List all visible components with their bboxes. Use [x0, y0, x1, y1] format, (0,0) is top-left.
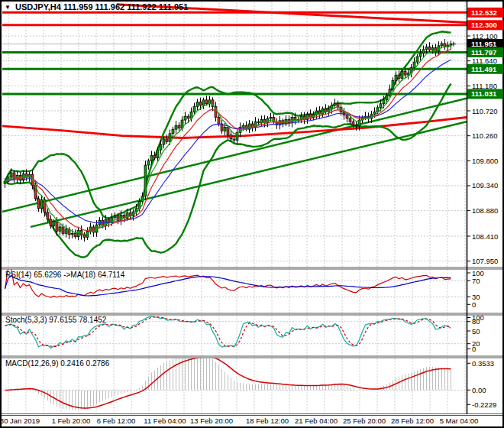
candle-body — [413, 62, 415, 67]
candle-body — [315, 111, 318, 115]
rsi-legend: RSI(14) 65.6296 ->MA(18) 64.7114 — [5, 271, 124, 279]
candle-body — [224, 127, 226, 131]
candle-body — [89, 227, 92, 232]
title-symbol: USDJPY,H4 — [15, 2, 61, 11]
candle-body — [160, 144, 162, 150]
candle-body — [172, 129, 174, 134]
title-ohlc: 111.959 111.962 111.922 111.951 — [63, 2, 188, 11]
price-badge-label: 111.031 — [471, 89, 497, 98]
axis-label: 109.340 — [472, 181, 498, 190]
candle-body — [77, 230, 79, 237]
time-axis-label: 28 Feb 12:00 — [391, 417, 434, 425]
candle-body — [59, 227, 61, 232]
candle-body — [218, 118, 220, 125]
candle-body — [425, 47, 428, 50]
candle-body — [227, 127, 229, 135]
price-badge-label: 112.300 — [471, 21, 497, 29]
mt4-chart-window: 112.100111.640111.180110.720110.260109.8… — [0, 0, 504, 428]
candle-body — [230, 135, 232, 139]
candle-body — [53, 222, 55, 226]
price-badge-label: 111.797 — [471, 48, 496, 57]
candle-body — [242, 125, 244, 127]
candle-body — [386, 96, 388, 100]
candle-body — [376, 108, 379, 112]
candle-body — [422, 50, 425, 54]
candle-body — [187, 116, 189, 118]
candle-body — [441, 44, 443, 46]
candle-body — [407, 73, 409, 75]
candle-body — [205, 100, 208, 104]
candle-body — [193, 106, 195, 112]
axis-label: 110.260 — [472, 131, 498, 140]
candle-body — [202, 100, 205, 105]
candle-body — [71, 233, 73, 234]
candle-body — [83, 235, 86, 238]
candle-body — [153, 155, 156, 158]
axis-label: 109.800 — [472, 157, 498, 165]
candle-body — [257, 122, 260, 122]
candle-body — [325, 109, 327, 112]
axis-label: 111.640 — [472, 57, 497, 65]
candle-body — [380, 104, 382, 108]
candle-body — [233, 139, 235, 140]
axis-label: 0.3533 — [472, 359, 494, 368]
candle-body — [178, 125, 180, 128]
price-badge-label: 111.951 — [471, 40, 497, 48]
axis-label: -0.2229 — [472, 400, 496, 409]
time-axis-label: 6 Feb 12:00 — [97, 417, 136, 425]
axis-label: 80 — [472, 317, 480, 326]
candle-body — [428, 47, 431, 50]
macd-legend: MACD(12,26,9) 0.2416 0.2786 — [5, 359, 109, 368]
candle-body — [184, 116, 186, 120]
candle-body — [157, 150, 159, 158]
time-axis-label: 18 Feb 12:00 — [246, 417, 289, 425]
candle-body — [37, 199, 40, 209]
axis-label: 70 — [472, 277, 480, 285]
candle-body — [169, 134, 171, 142]
price-badge-label: 112.532 — [471, 8, 497, 17]
chart-title: ▼ USDJPY,H4 111.959 111.962 111.922 111.… — [5, 2, 188, 11]
axis-label: 111.180 — [472, 82, 497, 90]
candle-body — [389, 89, 391, 96]
candle-body — [270, 118, 272, 118]
candle-body — [416, 57, 418, 62]
time-axis-label: 21 Feb 04:00 — [295, 417, 338, 425]
time-axis-label: 25 Feb 20:00 — [343, 417, 386, 425]
axis-label: 108.880 — [472, 206, 498, 215]
time-axis-label: 1 Feb 20:00 — [52, 417, 91, 425]
candle-body — [114, 216, 116, 218]
candle-body — [260, 119, 263, 122]
candle-body — [147, 160, 150, 165]
axis-label: 0.00 — [472, 386, 486, 394]
candle-body — [401, 71, 403, 78]
axis-label: 112.100 — [472, 32, 498, 41]
candle-body — [395, 75, 397, 80]
candle-body — [404, 71, 406, 75]
axis-label: 50 — [472, 327, 480, 336]
candle-body — [334, 103, 336, 105]
symbol-dropdown-icon[interactable]: ▼ — [5, 4, 11, 11]
candle-body — [196, 102, 199, 107]
price-badge-label: 111.491 — [471, 65, 497, 73]
candle-body — [419, 54, 422, 57]
candle-body — [74, 233, 76, 236]
candle-body — [40, 199, 43, 208]
candle-body — [199, 102, 202, 105]
axis-label: 0 — [472, 300, 476, 309]
candle-body — [392, 80, 394, 89]
axis-label: 0 — [472, 345, 476, 353]
candle-body — [47, 212, 49, 219]
axis-label: 110.720 — [472, 107, 498, 115]
candle-body — [120, 215, 122, 220]
time-axis-label: 11 Feb 04:00 — [144, 417, 186, 425]
candle-body — [431, 48, 434, 50]
candle-body — [65, 229, 67, 234]
candle-body — [383, 100, 385, 104]
candle-body — [346, 115, 348, 118]
candle-body — [444, 44, 446, 47]
time-axis-label: 5 Mar 04:00 — [440, 417, 479, 425]
time-axis-label: 13 Feb 20:00 — [190, 417, 233, 425]
candle-body — [50, 219, 52, 226]
candle-body — [86, 232, 89, 238]
stoch-legend: Stoch(5,3,3) 97.6155 78.1452 — [5, 316, 106, 324]
